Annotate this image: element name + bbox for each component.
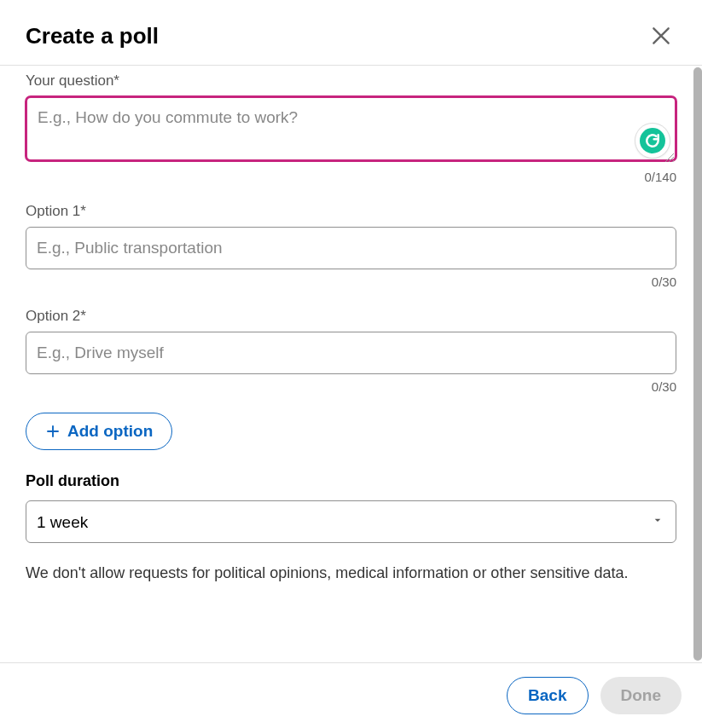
- duration-select-wrap: 1 week: [26, 500, 676, 543]
- add-option-label: Add option: [67, 422, 153, 441]
- modal-header: Create a poll: [0, 0, 702, 65]
- option-2-counter: 0/30: [26, 379, 676, 394]
- option-2-label: Option 2*: [26, 308, 676, 325]
- question-field: Your question*: [26, 72, 676, 184]
- done-button[interactable]: Done: [600, 677, 682, 714]
- create-poll-modal: Create a poll Your question*: [0, 0, 702, 728]
- option-1-label: Option 1*: [26, 203, 676, 220]
- option-2-input[interactable]: [26, 332, 676, 374]
- modal-title: Create a poll: [26, 23, 159, 49]
- question-counter: 0/140: [26, 170, 676, 184]
- modal-body: Your question*: [0, 66, 702, 662]
- close-icon: [650, 25, 672, 47]
- option-2-field: Option 2* 0/30: [26, 308, 676, 394]
- modal-body-wrapper: Your question*: [0, 66, 702, 662]
- scrollbar[interactable]: [693, 67, 702, 661]
- close-button[interactable]: [646, 20, 676, 51]
- disclaimer-text: We don't allow requests for political op…: [26, 562, 676, 585]
- back-button-label: Back: [528, 686, 566, 704]
- grammarly-widget[interactable]: [635, 124, 670, 158]
- question-label: Your question*: [26, 72, 676, 90]
- option-1-counter: 0/30: [26, 274, 676, 289]
- plus-icon: [45, 424, 61, 439]
- question-input[interactable]: [26, 96, 676, 161]
- back-button[interactable]: Back: [507, 677, 588, 714]
- grammarly-icon: [640, 128, 665, 153]
- question-textarea-wrap: [26, 96, 676, 165]
- duration-select[interactable]: 1 week: [26, 500, 676, 543]
- option-1-input[interactable]: [26, 227, 676, 269]
- add-option-button[interactable]: Add option: [26, 413, 172, 450]
- duration-label: Poll duration: [26, 472, 676, 490]
- done-button-label: Done: [621, 686, 662, 704]
- modal-footer: Back Done: [0, 662, 702, 728]
- option-1-field: Option 1* 0/30: [26, 203, 676, 289]
